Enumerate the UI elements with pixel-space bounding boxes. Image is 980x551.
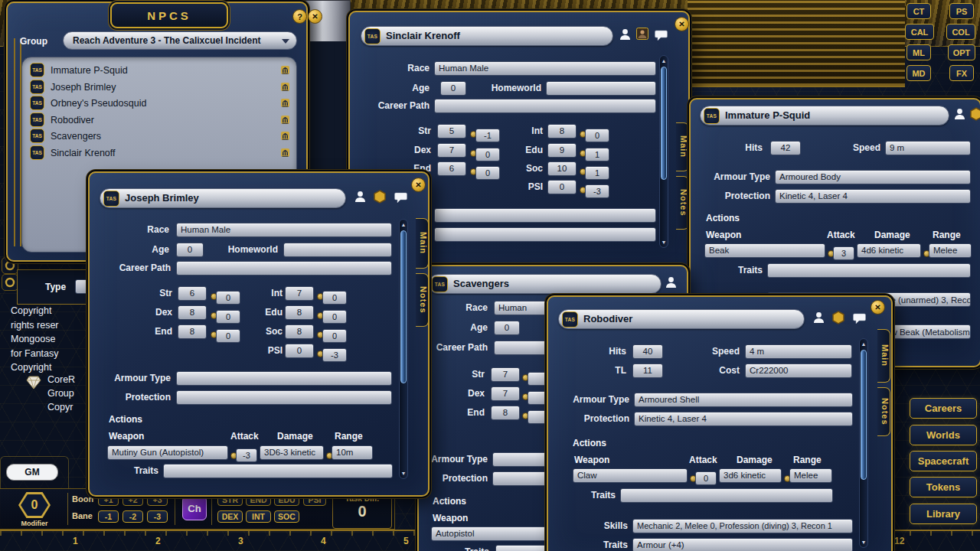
scrollbar-thumb[interactable] xyxy=(400,230,407,383)
edu-mod-field[interactable]: 1 xyxy=(585,148,609,161)
window-titlebar[interactable]: TAS Robodiver xyxy=(558,309,805,329)
dex-field[interactable]: 7 xyxy=(491,386,520,401)
damage-field[interactable]: 4d6 kinetic xyxy=(857,243,921,258)
attack-field[interactable]: -3 xyxy=(236,448,257,462)
person-icon[interactable] xyxy=(354,191,366,203)
traits-field[interactable] xyxy=(163,464,393,478)
empty-field[interactable] xyxy=(434,227,656,242)
dex-mod-field[interactable]: 0 xyxy=(216,310,240,324)
age-field[interactable]: 0 xyxy=(494,321,520,335)
armour-type-field[interactable]: Armoured Shell xyxy=(634,393,853,407)
bane-minus1-button[interactable]: -1 xyxy=(98,510,119,523)
homeworld-field[interactable] xyxy=(283,243,392,257)
scroll-down-icon[interactable] xyxy=(660,238,668,246)
str-mod-field[interactable]: -1 xyxy=(475,129,500,142)
range-field[interactable]: Melee xyxy=(929,243,972,258)
end-mod-field[interactable]: 0 xyxy=(475,166,500,180)
armour-type-field[interactable]: Armoured Body xyxy=(775,170,971,184)
nav-button-library[interactable]: Library xyxy=(910,504,977,524)
protection-field[interactable]: Kinetic 4, Laser 4 xyxy=(634,412,853,426)
damage-field[interactable]: 3D6-3 kinetic xyxy=(260,445,324,460)
token-hexagon-icon[interactable] xyxy=(969,107,980,121)
int-mod-field[interactable]: 0 xyxy=(585,129,609,142)
tab-notes[interactable]: Notes xyxy=(877,387,890,436)
person-icon[interactable] xyxy=(813,311,825,324)
skills-field[interactable]: Mechanic 2, Melee 0, Profession (diving)… xyxy=(632,519,853,533)
age-field[interactable]: 0 xyxy=(176,243,204,257)
chat-bubble-icon[interactable] xyxy=(394,192,407,204)
edu-mod-field[interactable]: 0 xyxy=(322,310,347,324)
person-icon[interactable] xyxy=(665,276,677,289)
damage-field[interactable]: 3d6 kinetic xyxy=(719,468,782,483)
soc-mod-field[interactable]: 1 xyxy=(585,166,609,180)
tl-field[interactable]: 11 xyxy=(632,364,663,378)
layer-ring-button-2[interactable] xyxy=(2,274,18,291)
scrollbar-thumb[interactable] xyxy=(861,350,867,480)
close-button[interactable] xyxy=(871,300,885,315)
scrollbar[interactable] xyxy=(659,55,668,248)
attack-field[interactable]: 0 xyxy=(695,471,717,485)
scroll-up-icon[interactable] xyxy=(860,340,867,348)
career-path-field[interactable] xyxy=(434,99,656,113)
scrollbar[interactable] xyxy=(399,219,408,479)
roll-soc-button[interactable]: SOC xyxy=(274,510,299,523)
library-entry-icon[interactable] xyxy=(280,131,290,141)
psi-field[interactable]: 0 xyxy=(547,180,577,194)
list-item-joseph-brimley[interactable]: TAS Joseph Brimley xyxy=(30,79,290,95)
scroll-down-icon[interactable] xyxy=(400,469,407,478)
gm-badge[interactable]: GM xyxy=(6,464,58,481)
tab-notes[interactable]: Notes xyxy=(416,273,429,327)
library-entry-icon[interactable] xyxy=(280,82,290,92)
close-button[interactable] xyxy=(308,9,322,24)
traits-field[interactable] xyxy=(767,263,971,278)
traits-field-2[interactable]: Armour (+4) xyxy=(632,538,853,551)
person-icon[interactable] xyxy=(954,108,965,120)
end-field[interactable]: 8 xyxy=(178,324,207,339)
int-field[interactable]: 8 xyxy=(547,124,577,139)
tab-main[interactable]: Main xyxy=(676,122,689,171)
hits-field[interactable]: 40 xyxy=(632,344,663,359)
type-dropdown[interactable] xyxy=(75,279,88,294)
soc-field[interactable]: 10 xyxy=(547,161,577,176)
library-entry-icon[interactable] xyxy=(280,65,290,75)
range-field[interactable]: 10m xyxy=(332,445,373,460)
dex-field[interactable]: 7 xyxy=(437,143,466,158)
scroll-up-icon[interactable] xyxy=(660,57,668,65)
weapon-field[interactable]: Autopistol xyxy=(431,527,550,541)
race-field[interactable]: Human Male xyxy=(434,61,656,76)
empty-field[interactable] xyxy=(434,208,656,223)
toolbar-button-ct[interactable]: CT xyxy=(906,3,931,19)
range-field[interactable]: Melee xyxy=(789,468,832,483)
int-field[interactable]: 7 xyxy=(285,286,314,301)
end-mod-field[interactable]: 0 xyxy=(216,329,240,343)
close-button[interactable] xyxy=(411,178,426,192)
nav-button-tokens[interactable]: Tokens xyxy=(910,477,977,497)
speed-field[interactable]: 9 m xyxy=(885,141,971,155)
soc-mod-field[interactable]: 0 xyxy=(322,329,347,343)
end-field[interactable]: 8 xyxy=(491,406,520,420)
dex-field[interactable]: 8 xyxy=(178,305,207,320)
help-button[interactable] xyxy=(292,9,307,24)
bane-minus2-button[interactable]: -2 xyxy=(122,510,143,523)
chat-bubble-icon[interactable] xyxy=(655,30,668,41)
library-entry-icon[interactable] xyxy=(280,115,290,125)
scroll-up-icon[interactable] xyxy=(400,220,407,229)
window-titlebar[interactable]: TAS Joseph Brimley xyxy=(100,188,346,208)
list-item-orbneys-pseudosquid[interactable]: TAS Orbney's Pseudosquid xyxy=(30,95,290,111)
person-icon[interactable] xyxy=(619,28,631,41)
end-field[interactable]: 6 xyxy=(437,161,466,176)
psi-mod-field[interactable]: -3 xyxy=(585,184,609,198)
token-hexagon-icon[interactable] xyxy=(831,311,845,324)
tab-main[interactable]: Main xyxy=(416,218,429,269)
list-item-immature-p-squid[interactable]: TAS Immature P-Squid xyxy=(30,62,290,78)
scrollbar-thumb[interactable] xyxy=(661,67,667,180)
token-hexagon-icon[interactable] xyxy=(373,190,387,204)
weapon-field[interactable]: Mutiny Gun (Autopistol) xyxy=(107,445,228,460)
weapon-field[interactable]: Claw xyxy=(573,468,688,483)
toolbar-button-fx[interactable]: FX xyxy=(949,65,974,81)
career-path-field[interactable] xyxy=(176,261,392,276)
window-titlebar[interactable]: TAS Scavengers xyxy=(428,274,662,294)
str-field[interactable]: 6 xyxy=(178,286,207,301)
toolbar-button-ml[interactable]: ML xyxy=(906,44,931,60)
roll-dex-button[interactable]: DEX xyxy=(217,510,243,523)
